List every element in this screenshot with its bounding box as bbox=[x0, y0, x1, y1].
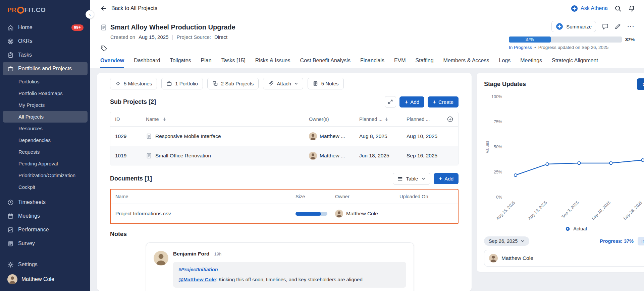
project-source-label: Project Source: bbox=[176, 34, 211, 40]
note-mention[interactable]: @Matthew Cole bbox=[178, 277, 216, 282]
pencil-icon bbox=[614, 23, 621, 30]
column-header-planned-start[interactable]: Planned ... bbox=[359, 117, 407, 122]
document-view-select[interactable]: Table bbox=[393, 173, 431, 185]
sidebar-item-meetings[interactable]: Meetings bbox=[3, 209, 88, 223]
add-document-button[interactable]: + Add bbox=[434, 173, 459, 184]
sidebar-collapse-button[interactable]: ‹ bbox=[86, 10, 94, 19]
document-owner: Matthew Cole bbox=[346, 211, 378, 217]
cell-id: 1029 bbox=[115, 133, 146, 139]
tag-icon[interactable] bbox=[100, 45, 107, 52]
back-link[interactable]: Back to All Projects bbox=[100, 5, 157, 12]
date-selector[interactable]: Sep 26, 2025 bbox=[484, 236, 529, 246]
note-hashtag[interactable]: #ProjectInitiation bbox=[178, 266, 401, 273]
portfolio-chip[interactable]: 1 Portfolio bbox=[161, 78, 203, 89]
tab-strategic-alignment[interactable]: Strategic Alignment bbox=[552, 58, 598, 68]
sidebar-item-dependencies[interactable]: Dependencies bbox=[3, 134, 88, 146]
logo-o-icon bbox=[17, 7, 24, 14]
header-progress-fill: 37% bbox=[509, 37, 551, 43]
milestone-diamond-icon bbox=[115, 81, 121, 86]
sidebar-item-portfolios-and-projects[interactable]: Portfolios and Projects bbox=[3, 62, 88, 75]
column-settings-button[interactable] bbox=[444, 116, 453, 123]
sidebar-item-timesheets[interactable]: Timesheets bbox=[3, 196, 88, 209]
notifications-button[interactable] bbox=[628, 5, 635, 12]
attach-chip-label: Attach bbox=[277, 81, 291, 86]
plus-icon: + bbox=[439, 176, 442, 181]
sidebar-item-my-projects[interactable]: My Projects bbox=[3, 99, 88, 111]
summarize-button[interactable]: Summarize bbox=[551, 21, 596, 32]
column-header-owner: Owner bbox=[335, 194, 399, 199]
tab-plan[interactable]: Plan bbox=[201, 58, 212, 68]
note-author: Benjamin Ford bbox=[173, 251, 210, 257]
sidebar-item-resources[interactable]: Resources bbox=[3, 123, 88, 134]
portfolio-chip-label: 1 Portfolio bbox=[175, 81, 198, 86]
sidebar-item-tasks[interactable]: Tasks bbox=[3, 48, 88, 62]
stage-updates-title: Stage Updates bbox=[484, 81, 526, 88]
performance-chart-icon bbox=[7, 227, 14, 233]
documents-title: Documents [1] bbox=[110, 175, 152, 182]
notes-header: Notes bbox=[110, 231, 459, 238]
document-row[interactable]: Project Informations.csv Matthew Cole bbox=[111, 204, 458, 223]
notes-chip[interactable]: 5 Notes bbox=[308, 78, 344, 89]
tab-cost-benefit-analysis[interactable]: Cost Benefit Analysis bbox=[300, 58, 351, 68]
tab-members-access[interactable]: Members & Access bbox=[443, 58, 489, 68]
tab-dashboard[interactable]: Dashboard bbox=[134, 58, 160, 68]
sidebar-item-survey[interactable]: Survey bbox=[3, 237, 88, 250]
svg-text:Sep 3, 2025: Sep 3, 2025 bbox=[560, 200, 580, 219]
sidebar-item-cockpit[interactable]: Cockpit bbox=[3, 181, 88, 193]
sidebar-item-okrs[interactable]: OKRs bbox=[3, 34, 88, 48]
sidebar-item-portfolio-roadmaps[interactable]: Portfolio Roadmaps bbox=[3, 87, 88, 99]
comments-button[interactable] bbox=[602, 23, 609, 30]
sub-project-row[interactable]: 1019 Small Office Renovation Matthew ...… bbox=[110, 146, 458, 165]
check-in-button[interactable]: Check-in bbox=[637, 78, 644, 90]
tab-risks-issues[interactable]: Risks & Issues bbox=[255, 58, 290, 68]
user-avatar bbox=[7, 274, 17, 284]
briefcase-icon bbox=[7, 66, 14, 72]
sidebar-item-performance[interactable]: Performance bbox=[3, 223, 88, 236]
sub-projects-chip[interactable]: 2 Sub Projects bbox=[207, 78, 259, 89]
sidebar-user[interactable]: Matthew Cole bbox=[0, 272, 90, 288]
chevron-down-icon bbox=[294, 82, 298, 86]
sidebar-bottom: Settings Matthew Cole bbox=[0, 252, 90, 291]
tab-financials[interactable]: Financials bbox=[360, 58, 384, 68]
topbar: Back to All Projects Ask Athena bbox=[90, 0, 644, 17]
attach-chip[interactable]: Attach bbox=[263, 78, 303, 89]
ask-athena-button[interactable]: Ask Athena bbox=[571, 5, 608, 12]
document-owner-cell: Matthew Cole bbox=[335, 210, 399, 218]
chevron-down-icon bbox=[421, 176, 426, 181]
sidebar-user-name: Matthew Cole bbox=[21, 276, 54, 282]
sidebar-item-home[interactable]: Home 99+ bbox=[3, 21, 88, 34]
sidebar-item-label: Survey bbox=[18, 240, 35, 246]
plus-icon: + bbox=[433, 99, 436, 105]
documents-table: Name Size Owner Uploaded On Project Info… bbox=[110, 189, 459, 224]
note-text: : Kicking this off soon, timelines, and … bbox=[216, 277, 362, 282]
tab-logs[interactable]: Logs bbox=[499, 58, 511, 68]
document-size bbox=[296, 212, 335, 216]
sidebar-item-portfolios[interactable]: Portfolios bbox=[3, 76, 88, 87]
sidebar-item-all-projects[interactable]: All Projects bbox=[3, 111, 88, 123]
back-link-label: Back to All Projects bbox=[111, 5, 157, 11]
sidebar-item-pending-approval[interactable]: Pending Approval bbox=[3, 158, 88, 169]
column-header-name[interactable]: Name bbox=[146, 117, 309, 122]
sidebar-item-requests[interactable]: Requests bbox=[3, 146, 88, 158]
sub-project-row[interactable]: 1029 Responsive Mobile Interface Matthew… bbox=[110, 127, 458, 146]
chart-legend[interactable]: Actual bbox=[484, 226, 644, 231]
column-header-id: ID bbox=[115, 117, 146, 122]
expand-button[interactable] bbox=[385, 96, 396, 107]
tab-tasks[interactable]: Tasks [15] bbox=[221, 58, 246, 68]
tab-staffing[interactable]: Staffing bbox=[416, 58, 434, 68]
milestones-chip[interactable]: 5 Milestones bbox=[110, 78, 157, 89]
edit-button[interactable] bbox=[614, 23, 621, 30]
tab-tollgates[interactable]: Tollgates bbox=[170, 58, 191, 68]
sidebar-item-prioritization-optimization[interactable]: Prioritization/Optimization bbox=[3, 169, 88, 181]
search-button[interactable] bbox=[614, 5, 622, 12]
create-sub-project-button[interactable]: + Create bbox=[428, 96, 459, 107]
sidebar-item-label: Tasks bbox=[18, 52, 32, 58]
sidebar-item-settings[interactable]: Settings bbox=[3, 258, 88, 271]
cell-name: Responsive Mobile Interface bbox=[146, 133, 309, 139]
column-header-owners: Owner(s) bbox=[309, 117, 359, 122]
tab-overview[interactable]: Overview bbox=[100, 58, 124, 68]
target-icon bbox=[7, 38, 14, 45]
tab-meetings[interactable]: Meetings bbox=[520, 58, 542, 68]
add-sub-project-button[interactable]: + Add bbox=[399, 96, 424, 107]
tab-evm[interactable]: EVM bbox=[394, 58, 406, 68]
